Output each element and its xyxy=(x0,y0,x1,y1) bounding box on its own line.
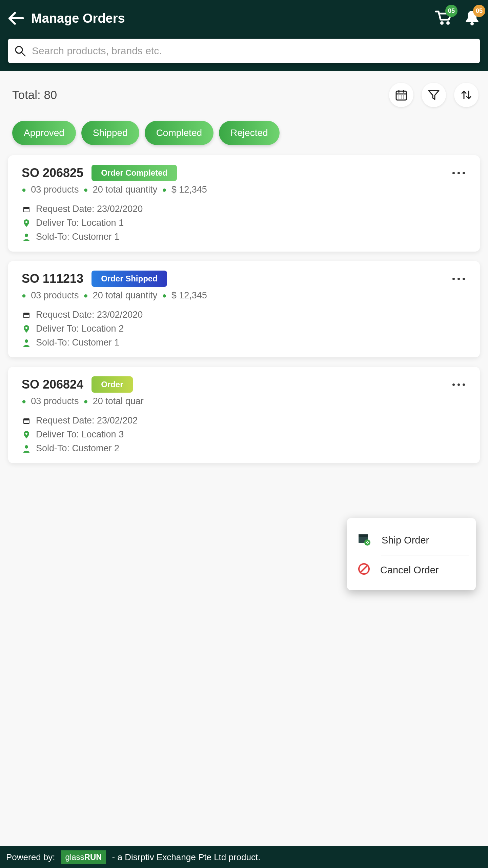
powered-by-label: Powered by: xyxy=(6,852,55,863)
order-meta: ●03 products ●20 total quantity ●$ 12,34… xyxy=(22,184,466,195)
order-card[interactable]: SO 111213 Order Shipped ●03 products ●20… xyxy=(8,261,480,357)
status-badge: Order Completed xyxy=(92,165,177,181)
total-quantity: 20 total quar xyxy=(93,396,144,407)
bullet-icon: ● xyxy=(162,291,166,300)
order-amount: $ 12,345 xyxy=(171,290,207,301)
order-id: SO 206824 xyxy=(22,377,83,392)
bullet-icon: ● xyxy=(162,185,166,194)
chip-approved[interactable]: Approved xyxy=(12,121,76,145)
search-bar[interactable] xyxy=(8,39,480,63)
cancel-order-action[interactable]: Cancel Order xyxy=(357,557,469,583)
products-count: 03 products xyxy=(31,184,79,195)
calendar-small-icon xyxy=(22,205,31,213)
sold-to-text: Sold-To: Customer 2 xyxy=(36,443,119,454)
more-button[interactable] xyxy=(452,172,466,174)
order-card[interactable]: SO 206825 Order Completed ●03 products ●… xyxy=(8,155,480,252)
calendar-icon xyxy=(395,88,408,101)
more-button[interactable] xyxy=(452,278,466,280)
svg-point-1 xyxy=(446,21,450,25)
chip-shipped[interactable]: Shipped xyxy=(81,121,139,145)
svg-point-0 xyxy=(440,21,444,25)
request-date-row: Request Date: 23/02/202 xyxy=(22,415,466,426)
footer-tagline: - a Disrptiv Exchange Pte Ltd product. xyxy=(112,852,261,863)
svg-point-11 xyxy=(403,96,404,97)
svg-point-26 xyxy=(25,445,28,449)
status-badge: Order xyxy=(92,376,133,393)
deliver-to-row: Deliver To: Location 1 xyxy=(22,218,466,228)
order-card[interactable]: SO 206824 Order ●03 products ●20 total q… xyxy=(8,367,480,463)
deliver-to-row: Deliver To: Location 2 xyxy=(22,323,466,334)
request-date-text: Request Date: 23/02/2020 xyxy=(36,310,143,320)
status-filter-chips: Approved Shipped Completed Rejected xyxy=(0,114,488,155)
svg-point-10 xyxy=(401,96,402,97)
order-id: SO 111213 xyxy=(22,272,83,286)
chip-rejected[interactable]: Rejected xyxy=(219,121,280,145)
svg-point-21 xyxy=(25,327,27,329)
request-date-row: Request Date: 23/02/2020 xyxy=(22,204,466,214)
order-id: SO 206825 xyxy=(22,166,83,180)
notifications-badge: 05 xyxy=(473,5,485,17)
more-button[interactable] xyxy=(452,383,466,386)
calendar-small-icon xyxy=(22,311,31,319)
person-icon xyxy=(22,339,31,347)
svg-point-2 xyxy=(470,22,474,25)
bullet-icon: ● xyxy=(22,185,26,194)
deliver-to-text: Deliver To: Location 2 xyxy=(36,323,124,334)
order-meta: ●03 products ●20 total quantity ●$ 12,34… xyxy=(22,290,466,301)
sold-to-text: Sold-To: Customer 1 xyxy=(36,337,119,348)
person-icon xyxy=(22,445,31,453)
location-icon xyxy=(22,219,31,228)
total-count: Total: 80 xyxy=(12,88,381,102)
svg-line-4 xyxy=(22,53,25,56)
bullet-icon: ● xyxy=(22,291,26,300)
cancel-icon xyxy=(357,562,371,578)
svg-point-12 xyxy=(399,98,400,99)
cancel-order-label: Cancel Order xyxy=(380,565,439,576)
search-input[interactable] xyxy=(32,45,474,57)
svg-point-18 xyxy=(25,234,28,237)
app-header: Manage Orders 05 05 xyxy=(0,0,488,71)
cart-button[interactable]: 05 xyxy=(434,9,452,27)
sort-button[interactable] xyxy=(454,83,479,107)
svg-point-9 xyxy=(399,96,400,97)
cart-badge: 05 xyxy=(445,5,458,17)
total-quantity: 20 total quantity xyxy=(93,290,158,301)
sold-to-row: Sold-To: Customer 1 xyxy=(22,232,466,242)
svg-line-31 xyxy=(361,566,367,572)
search-icon xyxy=(14,45,26,57)
back-button[interactable] xyxy=(8,12,24,25)
arrow-left-icon xyxy=(8,12,24,25)
svg-point-14 xyxy=(403,98,404,99)
filter-button[interactable] xyxy=(422,83,446,107)
sold-to-text: Sold-To: Customer 1 xyxy=(36,232,119,242)
svg-point-25 xyxy=(25,433,27,435)
notifications-button[interactable]: 05 xyxy=(464,9,480,27)
order-actions-popup: Ship Order Cancel Order xyxy=(347,518,476,590)
sold-to-row: Sold-To: Customer 1 xyxy=(22,337,466,348)
bullet-icon: ● xyxy=(83,291,88,300)
calendar-filter-button[interactable] xyxy=(389,83,413,107)
location-icon xyxy=(22,430,31,439)
svg-point-17 xyxy=(25,221,27,223)
request-date-text: Request Date: 23/02/2020 xyxy=(36,204,143,214)
order-meta: ●03 products ●20 total quar xyxy=(22,396,466,407)
funnel-icon xyxy=(427,88,440,101)
page-title: Manage Orders xyxy=(31,11,428,26)
box-ship-icon xyxy=(357,532,372,548)
orders-list: SO 206825 Order Completed ●03 products ●… xyxy=(0,155,488,836)
location-icon xyxy=(22,324,31,333)
request-date-row: Request Date: 23/02/2020 xyxy=(22,310,466,320)
svg-point-22 xyxy=(25,339,28,343)
summary-row: Total: 80 xyxy=(0,71,488,114)
svg-rect-28 xyxy=(359,534,368,537)
bullet-icon: ● xyxy=(22,397,26,406)
status-badge: Order Shipped xyxy=(92,271,167,287)
svg-point-13 xyxy=(401,98,402,99)
bullet-icon: ● xyxy=(83,185,88,194)
bullet-icon: ● xyxy=(83,397,88,406)
total-quantity: 20 total quantity xyxy=(93,184,158,195)
ship-order-action[interactable]: Ship Order xyxy=(357,528,469,553)
chip-completed[interactable]: Completed xyxy=(145,121,214,145)
svg-rect-20 xyxy=(24,315,29,317)
svg-rect-16 xyxy=(24,209,29,212)
